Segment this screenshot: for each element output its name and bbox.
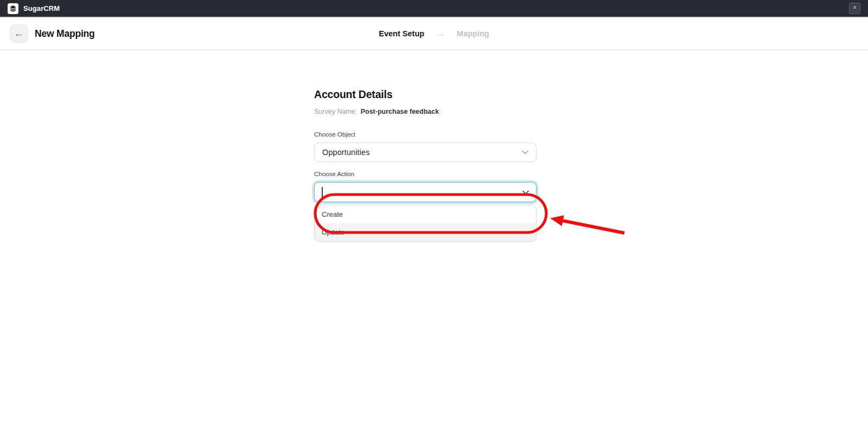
back-arrow-icon: ← bbox=[14, 28, 24, 40]
top-bar: SugarCRM × bbox=[0, 0, 868, 18]
object-field-label: Choose Object bbox=[314, 131, 537, 138]
text-cursor bbox=[322, 187, 323, 197]
step-event-setup[interactable]: Event Setup bbox=[379, 29, 424, 38]
page-title: New Mapping bbox=[35, 28, 95, 40]
close-button[interactable]: × bbox=[849, 3, 860, 14]
action-dropdown: Create Update bbox=[314, 205, 537, 242]
option-create[interactable]: Create bbox=[315, 205, 536, 223]
survey-name-line: Survey Name: Post-purchase feedback bbox=[314, 108, 537, 115]
chevron-down-icon bbox=[522, 190, 529, 195]
chevron-down-icon bbox=[522, 150, 528, 154]
object-field-group: Choose Object Opportunities bbox=[314, 131, 537, 162]
mapping-form: Account Details Survey Name: Post-purcha… bbox=[314, 88, 537, 242]
option-update[interactable]: Update bbox=[315, 223, 536, 241]
stepper: Event Setup → Mapping bbox=[379, 29, 489, 38]
section-title: Account Details bbox=[314, 88, 537, 101]
app-name: SugarCRM bbox=[23, 4, 60, 12]
step-mapping: Mapping bbox=[457, 29, 489, 38]
sugarcrm-logo bbox=[8, 3, 18, 14]
object-select[interactable]: Opportunities bbox=[314, 143, 537, 162]
page-header: ← New Mapping Event Setup → Mapping bbox=[0, 18, 868, 50]
arrow-right-icon: → bbox=[436, 29, 445, 38]
survey-name-label: Survey Name: bbox=[314, 108, 357, 115]
action-field-label: Choose Action bbox=[314, 171, 537, 177]
close-icon: × bbox=[853, 4, 857, 11]
action-field-group: Choose Action Create Update bbox=[314, 171, 537, 242]
back-button[interactable]: ← bbox=[9, 24, 29, 43]
layers-icon bbox=[9, 5, 17, 12]
action-select[interactable] bbox=[314, 182, 537, 202]
object-select-value: Opportunities bbox=[322, 148, 370, 157]
survey-name-value: Post-purchase feedback bbox=[361, 108, 439, 115]
main-content: Account Details Survey Name: Post-purcha… bbox=[0, 50, 868, 444]
